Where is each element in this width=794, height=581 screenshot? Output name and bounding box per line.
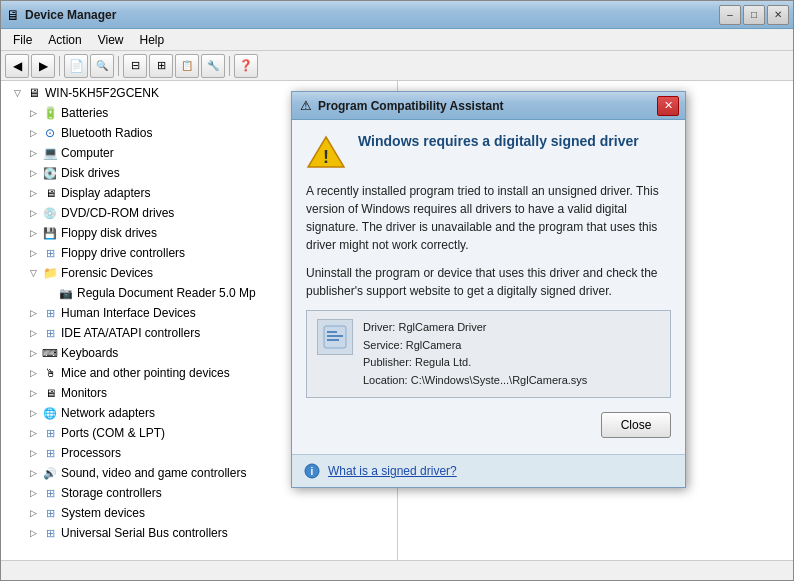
maximize-button[interactable]: □ xyxy=(743,5,765,25)
dialog-info-box: Driver: RglCamera DriverService: RglCame… xyxy=(306,310,671,398)
close-button[interactable]: Close xyxy=(601,412,671,438)
window-icon: 🖥 xyxy=(5,7,21,23)
svg-text:i: i xyxy=(311,466,314,477)
help-button[interactable]: ❓ xyxy=(234,54,258,78)
minimize-button[interactable]: – xyxy=(719,5,741,25)
forward-button[interactable]: ▶ xyxy=(31,54,55,78)
svg-rect-4 xyxy=(327,335,343,337)
toolbar: ◀ ▶ 📄 🔍 ⊟ ⊞ 📋 🔧 ❓ xyxy=(1,51,793,81)
customize-button[interactable]: 🔧 xyxy=(201,54,225,78)
info-icon: i xyxy=(304,463,320,479)
menu-action[interactable]: Action xyxy=(40,31,89,49)
dialog-header-row: ! Windows requires a digitally signed dr… xyxy=(306,132,671,172)
dialog-warning-title-icon: ⚠ xyxy=(298,98,314,114)
dialog-title: Program Compatibility Assistant xyxy=(318,99,657,113)
dialog-x-button[interactable]: ✕ xyxy=(657,96,679,116)
menu-help[interactable]: Help xyxy=(132,31,173,49)
back-button[interactable]: ◀ xyxy=(5,54,29,78)
scan-button[interactable]: 🔍 xyxy=(90,54,114,78)
signed-driver-link[interactable]: What is a signed driver? xyxy=(328,464,457,478)
resources-button[interactable]: 📋 xyxy=(175,54,199,78)
menu-view[interactable]: View xyxy=(90,31,132,49)
toolbar-sep-1 xyxy=(59,56,60,76)
svg-rect-3 xyxy=(327,331,337,333)
window-title: Device Manager xyxy=(25,8,719,22)
svg-rect-5 xyxy=(327,339,339,341)
show-devices-button[interactable]: ⊞ xyxy=(149,54,173,78)
dialog-heading: Windows requires a digitally signed driv… xyxy=(358,132,671,150)
dialog-overlay: ⚠ Program Compatibility Assistant ✕ ! xyxy=(1,81,793,560)
close-button[interactable]: ✕ xyxy=(767,5,789,25)
dialog-footer: i What is a signed driver? xyxy=(292,454,685,487)
driver-details: Driver: RglCamera DriverService: RglCame… xyxy=(363,319,587,389)
svg-text:!: ! xyxy=(323,147,329,167)
properties-button[interactable]: 📄 xyxy=(64,54,88,78)
dialog-body: ! Windows requires a digitally signed dr… xyxy=(292,120,685,454)
toolbar-sep-2 xyxy=(118,56,119,76)
status-bar xyxy=(1,560,793,580)
window-controls: – □ ✕ xyxy=(719,5,789,25)
dialog-title-bar: ⚠ Program Compatibility Assistant ✕ xyxy=(292,92,685,120)
driver-icon xyxy=(317,319,353,355)
content-area: ▽ 🖥 WIN-5KH5F2GCENK ▷ 🔋 Batteries ▷ ⊙ Bl… xyxy=(1,81,793,560)
show-hidden-button[interactable]: ⊟ xyxy=(123,54,147,78)
main-window: 🖥 Device Manager – □ ✕ File Action View … xyxy=(0,0,794,581)
menu-bar: File Action View Help xyxy=(1,29,793,51)
compatibility-dialog: ⚠ Program Compatibility Assistant ✕ ! xyxy=(291,91,686,488)
menu-file[interactable]: File xyxy=(5,31,40,49)
dialog-warning-icon: ! xyxy=(306,132,346,172)
toolbar-sep-3 xyxy=(229,56,230,76)
title-bar: 🖥 Device Manager – □ ✕ xyxy=(1,1,793,29)
dialog-paragraph2: Uninstall the program or device that use… xyxy=(306,264,671,300)
dialog-paragraph1: A recently installed program tried to in… xyxy=(306,182,671,254)
